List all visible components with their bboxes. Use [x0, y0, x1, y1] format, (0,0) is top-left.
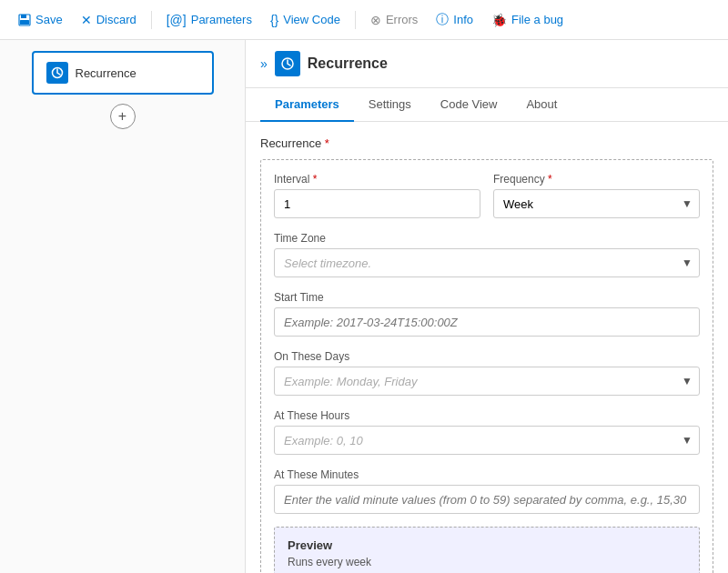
errors-button[interactable]: ⊗ Errors — [363, 9, 425, 31]
preview-title: Preview — [288, 538, 686, 552]
svg-rect-1 — [21, 15, 26, 18]
frequency-select[interactable]: Week Second Minute Hour Day Month — [493, 189, 700, 218]
parameters-icon: [@] — [167, 13, 187, 27]
tab-parameters[interactable]: Parameters — [260, 88, 354, 122]
at-these-hours-wrapper: Example: 0, 10 ▼ — [274, 426, 700, 455]
panel-header: » Recurrence — [246, 40, 728, 88]
timezone-label: Time Zone — [274, 232, 326, 245]
separator-1 — [151, 11, 152, 29]
panel-title: Recurrence — [308, 55, 388, 72]
on-these-days-select[interactable]: Example: Monday, Friday — [274, 367, 700, 396]
panel-content: Recurrence * Interval * Frequ — [246, 122, 728, 573]
tabs: Parameters Settings Code View About — [246, 88, 728, 122]
separator-2 — [355, 11, 356, 29]
view-code-button[interactable]: {} View Code — [263, 9, 348, 31]
discard-button[interactable]: ✕ Discard — [74, 9, 144, 31]
info-button[interactable]: ⓘ Info — [429, 8, 480, 32]
interval-field: Interval * — [274, 173, 480, 218]
at-these-hours-label: At These Hours — [274, 409, 349, 422]
preview-text: Runs every week — [288, 556, 686, 568]
at-these-hours-select[interactable]: Example: 0, 10 — [274, 426, 700, 455]
on-these-days-wrapper: Example: Monday, Friday ▼ — [274, 367, 700, 396]
recurrence-section-label: Recurrence * — [260, 136, 713, 150]
save-button[interactable]: Save — [11, 9, 70, 30]
toolbar: Save ✕ Discard [@] Parameters {} View Co… — [0, 0, 728, 40]
start-time-field: Start Time — [274, 290, 700, 337]
on-these-days-label: On These Days — [274, 350, 349, 363]
code-icon: {} — [270, 13, 278, 27]
timezone-select[interactable]: Select timezone. — [274, 248, 700, 277]
expand-icon[interactable]: » — [260, 56, 268, 71]
frequency-select-wrapper: Week Second Minute Hour Day Month ▼ — [493, 189, 700, 218]
tab-code-view[interactable]: Code View — [426, 88, 512, 122]
preview-box: Preview Runs every week — [274, 527, 700, 573]
at-these-minutes-field: At These Minutes — [274, 467, 700, 514]
recurrence-node-label: Recurrence — [76, 66, 136, 80]
svg-rect-2 — [20, 20, 29, 25]
on-these-days-field: On These Days Example: Monday, Friday ▼ — [274, 349, 700, 396]
frequency-field: Frequency * Week Second Minute Hour Day … — [493, 173, 700, 218]
start-time-input[interactable] — [274, 307, 700, 337]
sidebar: Recurrence + — [0, 40, 246, 573]
info-icon: ⓘ — [436, 12, 449, 28]
close-icon: ✕ — [81, 13, 92, 27]
at-these-minutes-label: At These Minutes — [274, 468, 359, 481]
frequency-label: Frequency * — [493, 173, 700, 186]
tab-settings[interactable]: Settings — [354, 88, 426, 122]
start-time-label: Start Time — [274, 291, 324, 304]
recurrence-node-icon — [46, 62, 68, 84]
at-these-hours-field: At These Hours Example: 0, 10 ▼ — [274, 408, 700, 455]
timezone-select-wrapper: Select timezone. ▼ — [274, 248, 700, 277]
add-node-button[interactable]: + — [110, 104, 136, 129]
bug-icon: 🐞 — [491, 13, 507, 27]
recurrence-form-border: Interval * Frequency * Week — [260, 159, 713, 573]
interval-input[interactable] — [274, 189, 480, 218]
right-panel: » Recurrence Parameters Settings Code Vi… — [246, 40, 728, 573]
required-star: * — [325, 136, 329, 150]
parameters-button[interactable]: [@] Parameters — [159, 9, 259, 31]
save-icon — [18, 14, 31, 26]
timezone-field: Time Zone Select timezone. ▼ — [274, 231, 700, 277]
main-layout: Recurrence + » Recurrence Parameters Set… — [0, 40, 728, 573]
recurrence-node[interactable]: Recurrence — [32, 51, 214, 95]
error-icon: ⊗ — [370, 13, 381, 27]
panel-title-icon — [275, 51, 300, 76]
plus-icon: + — [118, 108, 126, 125]
file-bug-button[interactable]: 🐞 File a bug — [484, 9, 571, 31]
tab-about[interactable]: About — [511, 88, 571, 122]
interval-frequency-row: Interval * Frequency * Week — [274, 173, 700, 218]
interval-label: Interval * — [274, 173, 480, 186]
at-these-minutes-input[interactable] — [274, 485, 700, 514]
